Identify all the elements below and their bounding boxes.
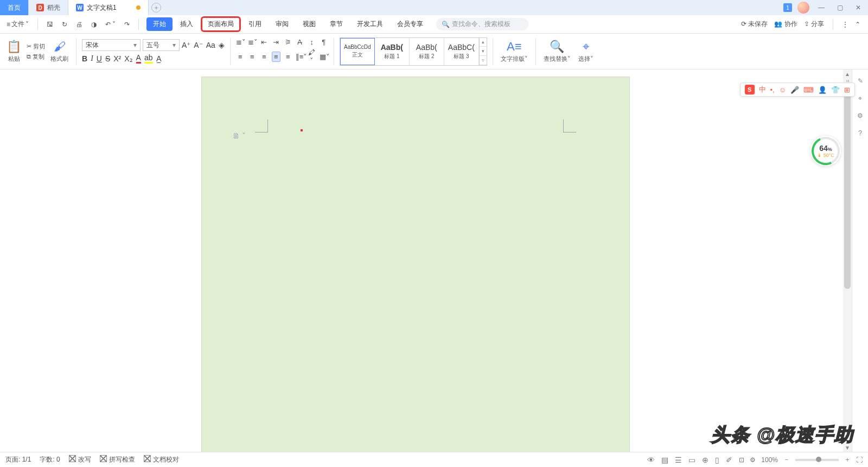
view-note-icon[interactable]: ✐ bbox=[726, 456, 732, 464]
collaborate-button[interactable]: 👥 协作 bbox=[774, 20, 797, 29]
zoom-fit-icon[interactable]: ⊡ bbox=[739, 456, 744, 464]
style-body[interactable]: AaBbCcDd正文 bbox=[340, 38, 375, 65]
scrollbar-vertical[interactable]: ▲ ⠿ ▼ bbox=[843, 70, 852, 452]
status-page[interactable]: 页面: 1/1 bbox=[5, 455, 31, 464]
tab-reference[interactable]: 引用 bbox=[242, 17, 268, 31]
italic-button[interactable]: I bbox=[91, 54, 93, 63]
font-grow-icon[interactable]: A⁺ bbox=[182, 41, 190, 49]
tab-review[interactable]: 审阅 bbox=[269, 17, 295, 31]
ime-emoji-icon[interactable]: ☺ bbox=[779, 86, 786, 94]
tab-home[interactable]: 首页 bbox=[0, 0, 29, 15]
zoom-gear-icon[interactable]: ⚙ bbox=[750, 456, 756, 464]
style-gallery[interactable]: AaBbCcDd正文 AaBb(标题 1 AaBb(标题 2 AaBbC(标题 … bbox=[340, 37, 487, 66]
find-replace[interactable]: 🔍查找替换˅ bbox=[541, 34, 573, 69]
rail-cursor-icon[interactable]: ⌖ bbox=[858, 94, 862, 102]
share-button[interactable]: ⇪ 分享 bbox=[804, 20, 824, 29]
style-h3[interactable]: AaBbC(标题 3 bbox=[444, 38, 479, 65]
align-distribute-icon[interactable]: ≡ bbox=[284, 52, 292, 62]
tab-add[interactable]: ＋ bbox=[149, 0, 164, 15]
tab-insert[interactable]: 插入 bbox=[174, 17, 200, 31]
style-down-icon[interactable]: ▾ bbox=[480, 47, 487, 56]
unsaved-status[interactable]: ⟳ 未保存 bbox=[741, 20, 768, 29]
font-color-button[interactable]: A bbox=[136, 53, 141, 64]
line-spacing2-icon[interactable]: ‖≡˅ bbox=[296, 53, 304, 61]
align-right-icon[interactable]: ≡ bbox=[260, 52, 269, 62]
borders-icon[interactable]: ▦˅ bbox=[320, 53, 328, 61]
notif-badge[interactable]: 1 bbox=[783, 3, 792, 12]
strike-button[interactable]: S bbox=[105, 54, 110, 63]
ime-keyboard-icon[interactable]: ⌨ bbox=[803, 86, 814, 94]
collapse-ribbon-icon[interactable]: ⌃ bbox=[855, 21, 860, 28]
undo-icon[interactable]: ↶ ˅ bbox=[103, 20, 118, 29]
zoom-slider[interactable] bbox=[795, 459, 839, 461]
text-layout[interactable]: A≡文字排版˅ bbox=[499, 34, 530, 69]
style-h1[interactable]: AaBb(标题 1 bbox=[375, 38, 410, 65]
view-page-icon[interactable]: ▤ bbox=[661, 456, 668, 464]
status-words[interactable]: 字数: 0 bbox=[40, 455, 60, 464]
shading-icon[interactable]: 🖍˅ bbox=[308, 48, 316, 65]
redo-icon[interactable]: ↷ bbox=[122, 20, 132, 29]
status-rewrite[interactable]: 改写 bbox=[69, 455, 91, 464]
window-minimize[interactable]: — bbox=[815, 1, 828, 14]
status-proof[interactable]: 文档校对 bbox=[144, 455, 179, 464]
copy-button[interactable]: ⧉ 复制 bbox=[27, 53, 45, 61]
select-tool[interactable]: ⌖选择˅ bbox=[576, 34, 596, 69]
save-icon[interactable]: 🖫 bbox=[44, 20, 55, 29]
style-h2[interactable]: AaBb(标题 2 bbox=[410, 38, 444, 65]
view-eye-icon[interactable]: 👁 bbox=[647, 456, 655, 464]
tab-document[interactable]: W 文字文稿1 bbox=[68, 0, 149, 15]
print-icon[interactable]: 🖨 bbox=[74, 20, 85, 29]
change-case-icon[interactable]: Aa bbox=[206, 41, 215, 49]
indent-dec-icon[interactable]: ⇤ bbox=[260, 38, 269, 46]
tab-section[interactable]: 章节 bbox=[323, 17, 349, 31]
preview-icon[interactable]: ◑ bbox=[89, 20, 99, 29]
font-shrink-icon[interactable]: A⁻ bbox=[194, 41, 202, 49]
zoom-out-button[interactable]: － bbox=[783, 455, 790, 464]
eraser-icon[interactable]: A̶ bbox=[296, 38, 304, 46]
show-marks-icon[interactable]: ¶ bbox=[320, 38, 328, 46]
view-outline-icon[interactable]: ☰ bbox=[675, 456, 682, 464]
align-left-icon[interactable]: ≡ bbox=[236, 52, 245, 62]
ime-user-icon[interactable]: 👤 bbox=[818, 86, 827, 94]
indent-inc-icon[interactable]: ⇥ bbox=[272, 38, 280, 46]
font-select[interactable]: 宋体▾ bbox=[82, 39, 141, 51]
search-input[interactable]: 🔍 查找命令、搜索模板 bbox=[436, 18, 528, 30]
view-web-icon[interactable]: ⊕ bbox=[702, 456, 709, 464]
more-icon[interactable]: ⋮ bbox=[842, 21, 848, 28]
tab-vip[interactable]: 会员专享 bbox=[391, 17, 430, 31]
rail-settings-icon[interactable]: ⚙ bbox=[857, 112, 863, 119]
rail-pen-icon[interactable]: ✎ bbox=[858, 77, 863, 85]
line-spacing-icon[interactable]: ↕ bbox=[308, 38, 316, 46]
window-close[interactable]: ✕ bbox=[852, 1, 865, 14]
subscript-button[interactable]: X₂ bbox=[124, 54, 132, 63]
ime-lang[interactable]: 中 bbox=[759, 85, 766, 94]
tab-devtools[interactable]: 开发工具 bbox=[350, 17, 390, 31]
highlight-button[interactable]: ab bbox=[144, 53, 153, 64]
page-options-icon[interactable]: 🗎 ˅ bbox=[232, 131, 246, 140]
format-brush[interactable]: 🖌 格式刷 bbox=[48, 34, 71, 69]
perf-gauge[interactable]: 64% 🌡 50°C bbox=[810, 136, 841, 166]
scroll-thumb[interactable] bbox=[844, 93, 851, 289]
ime-toolbox-icon[interactable]: ⊞ bbox=[844, 86, 850, 94]
view-focus-icon[interactable]: ▯ bbox=[715, 456, 719, 464]
clear-format-icon[interactable]: ◈ bbox=[219, 41, 225, 49]
align-justify-icon[interactable]: ≡ bbox=[272, 52, 280, 62]
tab-pagelayout[interactable]: 页面布局 bbox=[201, 16, 241, 32]
style-expand-icon[interactable]: ▿ bbox=[480, 56, 487, 65]
tab-start[interactable]: 开始 bbox=[146, 17, 173, 31]
menu-hamburger-icon[interactable]: ≡ 文件 ˅ bbox=[4, 18, 31, 30]
tab-view[interactable]: 视图 bbox=[296, 17, 322, 31]
zoom-value[interactable]: 100% bbox=[761, 456, 778, 464]
bold-button[interactable]: B bbox=[82, 54, 87, 63]
bullets-icon[interactable]: ≣˅ bbox=[236, 38, 245, 46]
style-up-icon[interactable]: ▴ bbox=[480, 38, 487, 47]
view-read-icon[interactable]: ▭ bbox=[688, 456, 695, 464]
scroll-up-icon[interactable]: ▲ bbox=[843, 70, 852, 78]
window-maximize[interactable]: ▢ bbox=[833, 1, 846, 14]
scroll-down-icon[interactable]: ▼ bbox=[843, 443, 852, 452]
fontsize-select[interactable]: 五号▾ bbox=[143, 39, 180, 51]
cut-button[interactable]: ✂ 剪切 bbox=[27, 42, 45, 51]
fullscreen-icon[interactable]: ⛶ bbox=[856, 456, 863, 464]
ime-skin-icon[interactable]: 👕 bbox=[831, 86, 840, 94]
char-shade-button[interactable]: A̲ bbox=[156, 54, 162, 63]
